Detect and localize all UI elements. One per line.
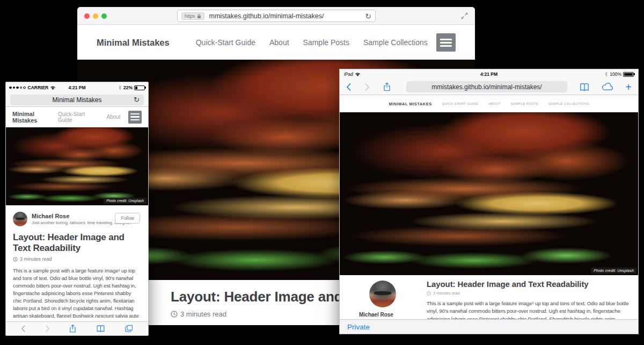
ipad-article: Michael Rose Just another boring, tattoo… bbox=[340, 275, 638, 319]
nav-link-about[interactable]: About bbox=[269, 38, 289, 47]
close-window-button[interactable] bbox=[84, 13, 90, 19]
ipad-site-nav: Minimal Mistakes Quick-Start Guide About… bbox=[340, 96, 638, 112]
icloud-tabs-icon[interactable] bbox=[602, 83, 613, 91]
minimize-window-button[interactable] bbox=[93, 13, 98, 19]
author-name: Michael Rose bbox=[356, 312, 409, 318]
menu-toggle-button[interactable] bbox=[128, 111, 142, 124]
back-icon[interactable] bbox=[21, 325, 26, 333]
private-button[interactable]: Private bbox=[347, 323, 370, 331]
read-time-label: 3 minutes read bbox=[20, 256, 52, 262]
iphone-site-nav: Minimal Mistakes Quick-Start Guide About bbox=[6, 107, 148, 127]
private-browsing-bar: Private bbox=[340, 319, 638, 334]
browser-chrome: https mmistakes.github.io/minimal-mistak… bbox=[77, 7, 475, 25]
status-time: 4:21 PM bbox=[340, 71, 638, 77]
forward-icon[interactable] bbox=[45, 325, 50, 333]
url-text: mmistakes.github.io/minimal-mistakes/ bbox=[431, 83, 541, 91]
safari-bottom-toolbar bbox=[6, 321, 148, 335]
read-time: 3 minutes read bbox=[427, 291, 630, 296]
author-row: Michael Rose Just another boring, tattoo… bbox=[13, 212, 141, 226]
ipad-status-bar: iPad 4:21 PM 100% bbox=[340, 69, 638, 79]
https-chip: https bbox=[181, 12, 204, 20]
nav-link-quick-start[interactable]: Quick-Start Guide bbox=[196, 38, 255, 47]
reload-icon[interactable]: ↻ bbox=[134, 96, 140, 104]
post-title: Layout: Header Image and Text Readabilit… bbox=[427, 279, 630, 289]
follow-button[interactable]: Follow bbox=[115, 213, 140, 224]
battery-icon bbox=[623, 72, 634, 77]
photo-credit-badge: Photo credit: Unsplash bbox=[104, 198, 147, 204]
desktop-site-nav: Minimal Mistakes Quick-Start Guide About… bbox=[77, 25, 475, 60]
iphone-article: Michael Rose Just another boring, tattoo… bbox=[6, 205, 148, 321]
nav-link-sample-collections[interactable]: Sample Collections bbox=[548, 102, 589, 105]
site-brand-link[interactable]: Minimal Mistakes bbox=[97, 38, 170, 48]
site-brand-link[interactable]: Minimal Mistakes bbox=[12, 111, 58, 124]
read-time-label: 3 minutes read bbox=[433, 291, 460, 296]
post-title: Layout: Header Image and Text Readabilit… bbox=[13, 232, 141, 253]
post-body: This is a sample post with a large featu… bbox=[427, 300, 630, 319]
https-label: https bbox=[185, 13, 195, 19]
share-icon[interactable] bbox=[69, 324, 77, 333]
forward-icon[interactable] bbox=[364, 83, 370, 91]
composite-canvas: https mmistakes.github.io/minimal-mistak… bbox=[0, 0, 644, 345]
zoom-window-button[interactable] bbox=[101, 13, 107, 19]
nav-link-sample-posts[interactable]: Sample Posts bbox=[303, 38, 349, 47]
ipad-safari-window: iPad 4:21 PM 100% mmistakes.github.io/mi… bbox=[339, 69, 639, 334]
status-time: 4:21 PM bbox=[6, 85, 148, 90]
bookmarks-icon[interactable] bbox=[96, 325, 105, 333]
author-avatar bbox=[13, 212, 27, 226]
battery-icon bbox=[134, 85, 145, 90]
window-controls bbox=[84, 13, 107, 19]
nav-link-quick-start[interactable]: Quick-Start Guide bbox=[58, 111, 98, 123]
nav-link-sample-collections[interactable]: Sample Collections bbox=[363, 38, 428, 47]
nav-link-about[interactable]: About bbox=[107, 114, 121, 120]
safari-toolbar: mmistakes.github.io/minimal-mistakes/ + bbox=[340, 79, 638, 95]
share-icon[interactable] bbox=[383, 82, 391, 92]
feature-image: Photo credit: Unsplash bbox=[6, 127, 148, 205]
address-bar[interactable]: https mmistakes.github.io/minimal-mistak… bbox=[177, 10, 376, 22]
iphone-safari-window: CARRIER 4:21 PM 22% Minimal Mistakes ↻ M… bbox=[5, 82, 149, 336]
photo-credit-badge: Photo credit: Unsplash bbox=[591, 268, 636, 274]
ipad-address-bar[interactable]: mmistakes.github.io/minimal-mistakes/ bbox=[406, 81, 567, 92]
nav-link-about[interactable]: About bbox=[488, 102, 501, 105]
back-icon[interactable] bbox=[346, 83, 352, 91]
iphone-url-row: Minimal Mistakes ↻ bbox=[6, 93, 148, 107]
read-time-label: 3 minutes read bbox=[180, 310, 226, 318]
site-brand-link[interactable]: Minimal Mistakes bbox=[389, 102, 431, 106]
post-body: This is a sample post with a large featu… bbox=[13, 267, 141, 321]
feature-image: Photo credit: Unsplash bbox=[340, 112, 638, 275]
bookmarks-icon[interactable] bbox=[579, 83, 590, 91]
url-text: mmistakes.github.io/minimal-mistakes/ bbox=[209, 12, 365, 20]
tabs-icon[interactable] bbox=[125, 325, 133, 333]
nav-link-quick-start[interactable]: Quick-Start Guide bbox=[442, 102, 478, 105]
author-sidebar: Michael Rose Just another boring, tattoo… bbox=[356, 279, 409, 319]
nav-link-sample-posts[interactable]: Sample Posts bbox=[511, 102, 538, 105]
clock-icon bbox=[13, 257, 18, 262]
clock-icon bbox=[171, 311, 178, 318]
iphone-status-bar: CARRIER 4:21 PM 22% bbox=[6, 82, 148, 93]
reload-icon[interactable]: ↻ bbox=[365, 12, 371, 20]
fullscreen-icon[interactable] bbox=[460, 12, 469, 20]
clock-icon bbox=[427, 291, 431, 296]
read-time: 3 minutes read bbox=[13, 256, 141, 262]
address-title: Minimal Mistakes bbox=[52, 96, 101, 104]
iphone-address-bar[interactable]: Minimal Mistakes ↻ bbox=[10, 95, 144, 105]
new-tab-icon[interactable]: + bbox=[625, 82, 632, 92]
lock-icon bbox=[197, 13, 201, 19]
menu-toggle-button[interactable] bbox=[436, 33, 456, 52]
author-avatar bbox=[369, 281, 396, 307]
